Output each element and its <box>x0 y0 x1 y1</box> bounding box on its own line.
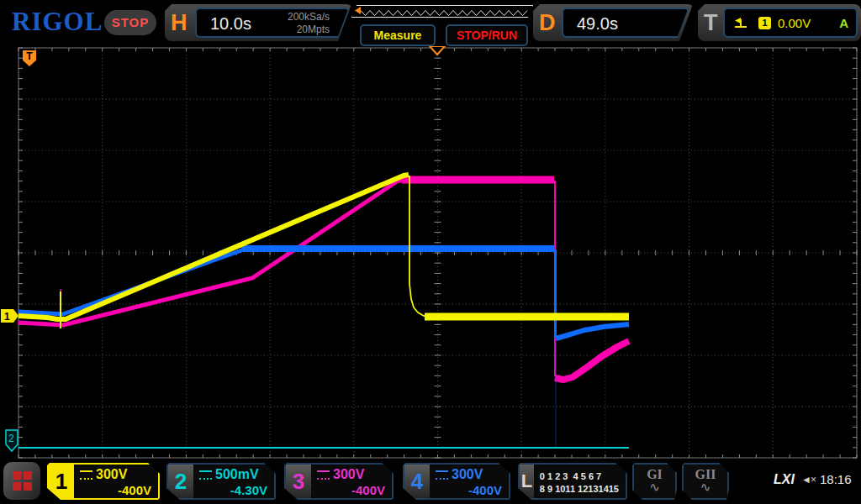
sine-wave-icon: ∿ <box>684 481 727 493</box>
channel-4-offset: -400V <box>436 483 502 497</box>
memory-depth: 20Mpts <box>288 24 330 36</box>
channel-1-scale: 300V <box>96 467 127 482</box>
top-status-bar: RIGOL STOP H 10.0s 200kSa/s 20Mpts Measu… <box>0 0 861 46</box>
channel-3-button[interactable]: 3 300V -400V <box>284 463 394 500</box>
ch3-recovery <box>555 341 629 380</box>
horizontal-label: H <box>171 10 188 36</box>
graticule <box>18 48 857 458</box>
dc-coupling-icon <box>80 470 92 480</box>
clock: 18:16 <box>820 472 852 486</box>
waveform-display: 1 2 <box>0 0 861 504</box>
horizontal-timebase-block[interactable]: H 10.0s 200kSa/s 20Mpts <box>165 4 353 41</box>
trigger-source-badge: 1 <box>758 17 771 29</box>
logic-row-2: 8 9 1011 12131415 <box>540 483 619 495</box>
channel-3-scale: 300V <box>333 467 364 482</box>
channel-2-offset: -4.30V <box>199 483 267 497</box>
trigger-slope-icon <box>733 16 748 29</box>
sine-wave-icon: ∿ <box>634 481 675 493</box>
dc-coupling-icon <box>199 470 212 480</box>
measure-button[interactable]: Measure <box>360 24 436 46</box>
channel-1-button[interactable]: 1 300V -400V <box>47 463 160 500</box>
trigger-level-value: 0.00V <box>778 16 811 30</box>
timebase-value: 10.0s <box>210 14 251 34</box>
dc-coupling-icon <box>317 470 330 480</box>
channel-3-offset: -400V <box>317 483 385 497</box>
memory-cursor-icon <box>353 6 363 15</box>
channel-1-offset: -400V <box>80 483 151 497</box>
ch4-recovery <box>556 324 629 339</box>
channel-4-scale: 300V <box>452 467 483 482</box>
trigger-label: T <box>704 10 718 36</box>
channel-2-number: 2 <box>168 465 193 498</box>
channel-2-scale: 500mV <box>215 467 259 482</box>
channel-4-button[interactable]: 4 300V -400V <box>403 463 510 500</box>
lxi-badge: LXI <box>774 472 795 487</box>
trigger-block[interactable]: T 1 0.00V A <box>698 4 861 41</box>
rigol-logo: RIGOL <box>12 7 103 37</box>
channel-2-button[interactable]: 2 500mV -4.30V <box>166 463 276 500</box>
delay-value: 49.0s <box>577 14 618 34</box>
memory-position-bar[interactable] <box>351 5 533 18</box>
ch2-offset-marker[interactable]: 2 <box>6 430 18 451</box>
ch1-offset-marker[interactable]: 1 <box>1 309 18 323</box>
channel-1-number: 1 <box>49 465 74 498</box>
stop-run-button[interactable]: STOP/RUN <box>446 24 528 46</box>
ch2-marker-label: 2 <box>8 433 14 444</box>
ch1-marker-label: 1 <box>4 311 10 323</box>
oscilloscope-screen: 1 2 T RIGOL STOP H 10.0s 200kSa/s 20Mpts <box>0 0 861 504</box>
menu-grid-icon <box>13 471 32 491</box>
logic-row-1: 0 1 2 3 4 5 6 7 <box>540 470 619 482</box>
trigger-position-icon[interactable] <box>430 46 445 55</box>
sample-rate: 200kSa/s <box>288 11 330 24</box>
memory-waveform-icon <box>352 8 531 18</box>
dc-coupling-icon <box>436 470 448 480</box>
channel-4-number: 4 <box>404 465 430 498</box>
bottom-status-bar: 1 300V -400V 2 500mV -4.30V 3 300V -400V <box>0 460 861 504</box>
menu-button[interactable] <box>3 462 40 500</box>
source-2-button[interactable]: GII ∿ <box>682 463 729 500</box>
delay-label: D <box>539 10 556 36</box>
logic-channels-button[interactable]: L 0 1 2 3 4 5 6 7 8 9 1011 12131415 <box>518 463 627 500</box>
logic-label: L <box>520 465 534 498</box>
channel-3-number: 3 <box>286 465 311 498</box>
delay-block[interactable]: D 49.0s <box>533 4 695 41</box>
source-1-button[interactable]: GI ∿ <box>632 463 677 500</box>
sound-muted-icon <box>801 474 816 486</box>
run-status-badge: STOP <box>104 10 156 35</box>
trigger-sweep-mode: A <box>839 16 848 30</box>
